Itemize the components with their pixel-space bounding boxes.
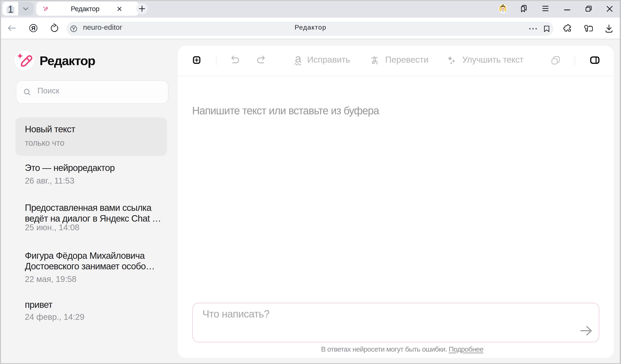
svg-text:Я: Я: [31, 25, 35, 32]
